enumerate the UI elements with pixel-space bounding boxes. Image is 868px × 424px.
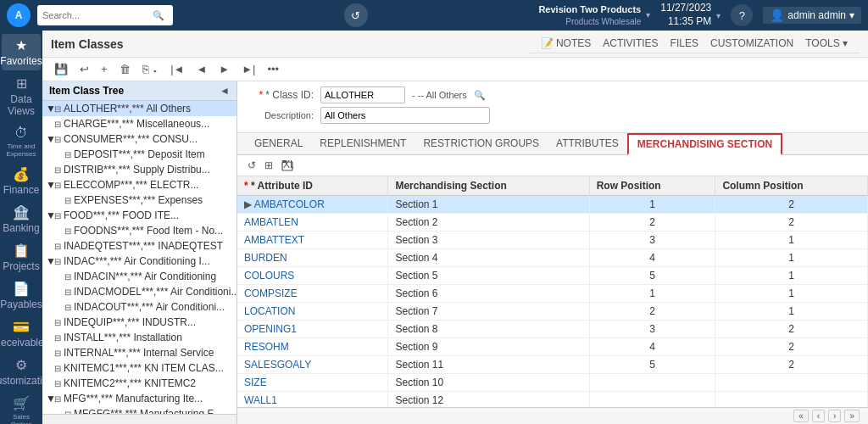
- attribute-id-link[interactable]: AMBATLEN: [244, 216, 298, 228]
- sidebar-item-data-views[interactable]: ⊞ Data Views: [2, 72, 41, 120]
- next-button[interactable]: ►: [215, 61, 233, 77]
- table-row[interactable]: COLOURSSection 551: [237, 267, 868, 285]
- tree-item[interactable]: ⊟ INDACIN***,*** Air Conditioning: [42, 269, 236, 284]
- class-id-input[interactable]: [320, 86, 405, 103]
- tab-attributes[interactable]: ATTRIBUTES: [548, 133, 627, 155]
- search-box[interactable]: 🔍: [37, 5, 173, 25]
- table-row[interactable]: SIZESection 10: [237, 374, 868, 392]
- tree-item[interactable]: ▼ ⊟ ALLOTHER***,*** All Others: [42, 101, 236, 116]
- tree-item[interactable]: ⊟ INSTALL***,*** Installation: [42, 330, 236, 345]
- tree-item[interactable]: ⊟ INDACMODEL***,*** Air Conditioni...: [42, 284, 236, 299]
- first-page-button[interactable]: «: [793, 410, 809, 422]
- fit-button[interactable]: ⊞: [263, 158, 275, 173]
- sidebar-item-payables[interactable]: 📄 Payables: [2, 277, 41, 314]
- add-button[interactable]: +: [97, 61, 111, 77]
- table-row[interactable]: AMBATLENSection 222: [237, 214, 868, 232]
- attribute-id-link[interactable]: RESOHM: [244, 341, 289, 353]
- column-position-cell: 1: [715, 303, 868, 321]
- sidebar-item-banking[interactable]: 🏦 Banking: [2, 201, 41, 237]
- tree-item[interactable]: ⊟ MFGFG***,*** Manufacturing F...: [42, 406, 236, 414]
- tree-item[interactable]: ⊟ DEPOSIT***,*** Deposit Item: [42, 147, 236, 162]
- files-button[interactable]: FILES: [665, 36, 704, 51]
- attribute-id-link[interactable]: BURDEN: [244, 252, 287, 264]
- sidebar-item-projects[interactable]: 📋 Projects: [2, 239, 41, 276]
- save-button[interactable]: 💾: [51, 61, 71, 77]
- tree-node-icon: ⊟: [64, 272, 71, 282]
- sidebar-item-time-expenses[interactable]: ⏱ Time and Expenses: [2, 122, 41, 161]
- tree-collapse-button[interactable]: ◄: [220, 85, 230, 97]
- attribute-id-link[interactable]: COLOURS: [244, 270, 294, 282]
- table-row[interactable]: WALL1Section 12: [237, 392, 868, 408]
- first-button[interactable]: |◄: [167, 61, 187, 77]
- tree-node-icon: ⊟: [54, 318, 61, 327]
- tree-item[interactable]: ⊟ CHARGE***,*** Miscellaneous...: [42, 116, 236, 131]
- next-page-button[interactable]: ›: [828, 410, 841, 422]
- row-position-cell: [589, 374, 715, 392]
- table-row[interactable]: COMPSIZESection 611: [237, 285, 868, 303]
- attribute-id-link[interactable]: COMPSIZE: [244, 287, 298, 299]
- attribute-id-link[interactable]: AMBATTEXT: [244, 234, 304, 246]
- table-row[interactable]: AMBATTEXTSection 331: [237, 232, 868, 249]
- search-input[interactable]: [42, 10, 153, 20]
- tree-item[interactable]: ⊟ KNITEMC1***,*** KN ITEM CLAS...: [42, 360, 236, 376]
- table-row[interactable]: RESOHMSection 942: [237, 338, 868, 356]
- tools-button[interactable]: TOOLS ▾: [800, 36, 853, 51]
- tree-item[interactable]: ⊟ KNITEMC2***,*** KNITEMC2: [42, 376, 236, 391]
- refresh-sub-button[interactable]: ↺: [246, 158, 258, 173]
- table-row[interactable]: ▶ AMBATCOLORSection 112: [237, 196, 868, 214]
- merchandising-section-cell: Section 4: [388, 249, 589, 267]
- tree-item[interactable]: ▼ ⊟ MFG***,*** Manufacturing Ite...: [42, 391, 236, 406]
- sidebar-item-customization[interactable]: ⚙ Customization: [2, 354, 41, 390]
- attribute-id-link[interactable]: AMBATCOLOR: [254, 198, 325, 210]
- prev-page-button[interactable]: ‹: [812, 410, 825, 422]
- attribute-id-link[interactable]: SALESGOALY: [244, 359, 311, 371]
- help-button[interactable]: ?: [731, 4, 753, 26]
- tree-item[interactable]: ⊟ INDACOUT***,*** Air Conditioni...: [42, 299, 236, 315]
- tree-item[interactable]: ▼ ⊟ ELECCOMP***,*** ELECTR...: [42, 177, 236, 192]
- date-selector[interactable]: 11/27/2023 11:35 PM ▾: [660, 2, 721, 28]
- attribute-id-link[interactable]: WALL1: [244, 394, 277, 406]
- last-button[interactable]: ►|: [238, 61, 259, 77]
- refresh-button[interactable]: ↺: [344, 3, 368, 27]
- admin-menu[interactable]: 👤 admin admin ▾: [763, 7, 861, 24]
- description-input[interactable]: [320, 107, 490, 124]
- sidebar-item-finance[interactable]: 💰 Finance: [2, 163, 41, 199]
- tree-item[interactable]: ▼ ⊟ FOOD***,*** FOOD ITE...: [42, 208, 236, 223]
- tree-item[interactable]: ▼ ⊟ INDAC***,*** Air Conditioning I...: [42, 254, 236, 269]
- tree-scrollbar[interactable]: [42, 414, 236, 424]
- copy-button[interactable]: ⎘ ▾: [139, 61, 163, 77]
- table-row[interactable]: SALESGOALYSection 1152: [237, 356, 868, 374]
- customization-button[interactable]: CUSTOMIZATION: [705, 36, 798, 51]
- tree-item[interactable]: ⊟ INDEQUIP***,*** INDUSTR...: [42, 315, 236, 330]
- tree-item[interactable]: ⊟ INTERNAL***,*** Internal Service: [42, 345, 236, 360]
- sidebar-item-receivables[interactable]: 💳 Receivables: [2, 315, 41, 352]
- more-actions-button[interactable]: •••: [264, 61, 282, 77]
- tree-item[interactable]: ⊟ EXPENSES***,*** Expenses: [42, 192, 236, 208]
- tree-item[interactable]: ⊟ DISTRIB***,*** Supply Distribu...: [42, 162, 236, 177]
- tab-general[interactable]: GENERAL: [246, 133, 311, 155]
- delete-button[interactable]: 🗑: [116, 61, 134, 77]
- sidebar-item-sales-orders[interactable]: 🛒 Sales Orders: [2, 392, 41, 424]
- tree-item[interactable]: ⊟ INADEQTEST***,*** INADEQTEST: [42, 238, 236, 254]
- export-button[interactable]: XLS: [280, 158, 295, 173]
- attribute-id-link[interactable]: OPENING1: [244, 323, 297, 335]
- attribute-id-link[interactable]: LOCATION: [244, 305, 295, 317]
- tab-restriction-groups[interactable]: RESTRICTION GROUPS: [415, 133, 548, 155]
- tab-merchandising-section[interactable]: MERCHANDISING SECTION: [627, 133, 782, 155]
- activities-button[interactable]: ACTIVITIES: [598, 36, 663, 51]
- sidebar-item-favorites[interactable]: ★ Favorites: [2, 34, 41, 70]
- tab-replenishment[interactable]: REPLENISHMENT: [311, 133, 415, 155]
- table-row[interactable]: OPENING1Section 832: [237, 321, 868, 338]
- prev-button[interactable]: ◄: [192, 61, 210, 77]
- notes-button[interactable]: 📝 NOTES: [536, 36, 596, 51]
- tree-item[interactable]: ▼ ⊟ CONSUMER***,*** CONSU...: [42, 131, 236, 147]
- company-selector[interactable]: Revision Two Products Products Wholesale…: [538, 3, 650, 26]
- attribute-id-link[interactable]: SIZE: [244, 377, 267, 388]
- table-row[interactable]: BURDENSection 441: [237, 249, 868, 267]
- data-table: * * Attribute ID Merchandising Section R…: [237, 176, 868, 407]
- class-id-search-button[interactable]: 🔍: [474, 90, 486, 101]
- last-page-button[interactable]: »: [844, 410, 860, 422]
- table-row[interactable]: LOCATIONSection 721: [237, 303, 868, 321]
- undo-button[interactable]: ↩: [76, 61, 92, 77]
- tree-item[interactable]: ⊟ FOODNS***,*** Food Item - No...: [42, 223, 236, 238]
